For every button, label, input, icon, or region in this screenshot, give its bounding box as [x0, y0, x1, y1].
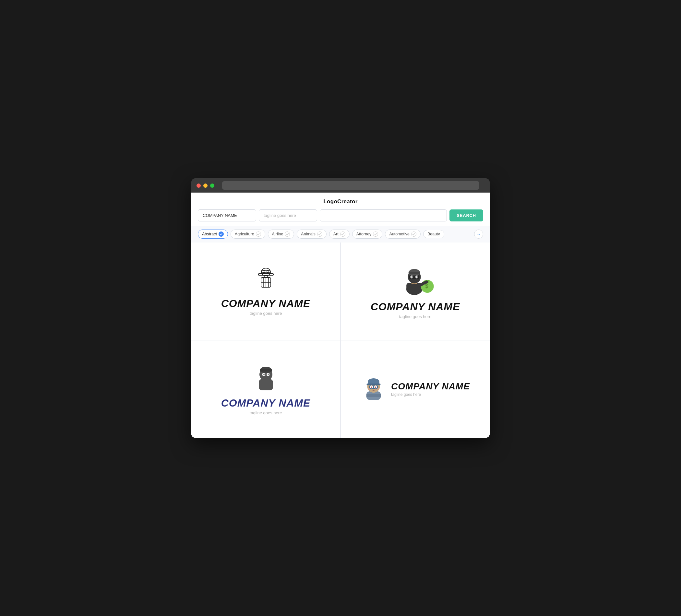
filter-chip-art[interactable]: Art	[329, 230, 350, 239]
svg-point-34	[268, 374, 269, 376]
logo-card-2[interactable]: $ COMPANY NAME tagline goes here	[341, 242, 490, 340]
check-icon-automotive	[411, 231, 417, 237]
check-icon-abstract	[219, 231, 224, 237]
svg-point-3	[263, 271, 265, 273]
svg-rect-37	[367, 394, 381, 397]
svg-rect-16	[408, 272, 420, 274]
check-icon-attorney	[373, 231, 378, 237]
check-icon-agriculture	[256, 231, 261, 237]
search-button[interactable]: SEARCH	[450, 209, 483, 222]
logo3-icon	[253, 363, 279, 393]
filter-chip-automotive[interactable]: Automotive	[385, 230, 421, 239]
logo2-tagline: tagline goes here	[399, 314, 432, 319]
filter-label-agriculture: Agriculture	[235, 232, 254, 236]
filter-chip-beauty[interactable]: Beauty	[423, 230, 444, 238]
svg-point-33	[263, 374, 264, 376]
logo2-company-name: COMPANY NAME	[371, 301, 460, 313]
logo3-company-name: COMPANY NAME	[221, 397, 311, 409]
close-button[interactable]	[197, 183, 201, 188]
filter-label-animals: Animals	[301, 232, 315, 236]
app-window: LogoCreator SEARCH Abstract Agriculture	[191, 178, 490, 438]
svg-rect-0	[258, 274, 273, 275]
svg-point-1	[261, 268, 271, 276]
filter-chip-animals[interactable]: Animals	[297, 230, 326, 239]
svg-point-4	[267, 271, 269, 273]
filter-label-airline: Airline	[272, 232, 283, 236]
logo4-company-name: COMPANY NAME	[391, 381, 470, 392]
svg-rect-29	[260, 369, 272, 371]
logo-grid: COMPANY NAME tagline goes here	[191, 242, 490, 438]
extra-search-input[interactable]	[320, 209, 447, 222]
url-bar[interactable]	[222, 181, 479, 190]
filter-chip-abstract[interactable]: Abstract	[198, 230, 228, 239]
logo-card-3[interactable]: COMPANY NAME tagline goes here	[191, 340, 340, 438]
app-content: LogoCreator SEARCH Abstract Agriculture	[191, 192, 490, 438]
svg-point-49	[377, 388, 379, 389]
filter-next-button[interactable]: →	[474, 230, 483, 239]
logo4-tagline: tagline goes here	[391, 392, 470, 397]
logo1-tagline: tagline goes here	[250, 311, 282, 316]
svg-point-46	[371, 386, 372, 388]
svg-point-20	[411, 276, 412, 278]
logo-card-1[interactable]: COMPANY NAME tagline goes here	[191, 242, 340, 340]
svg-point-48	[368, 388, 370, 389]
check-icon-animals	[317, 231, 322, 237]
logo-card-4[interactable]: COMPANY NAME tagline goes here	[341, 340, 490, 438]
company-name-input[interactable]	[198, 209, 256, 222]
tagline-input[interactable]	[259, 209, 317, 222]
svg-point-47	[375, 386, 376, 388]
logo4-icon	[361, 376, 386, 403]
logo1-icon	[255, 266, 277, 294]
filter-label-attorney: Attorney	[356, 232, 372, 236]
svg-point-21	[417, 276, 418, 278]
filter-chip-agriculture[interactable]: Agriculture	[231, 230, 265, 239]
search-bar: SEARCH	[191, 209, 490, 226]
logo1-company-name: COMPANY NAME	[221, 298, 311, 310]
filter-label-automotive: Automotive	[389, 232, 409, 236]
titlebar	[191, 178, 490, 192]
logo3-tagline: tagline goes here	[250, 410, 282, 415]
maximize-button[interactable]	[210, 183, 215, 188]
logo4-text: COMPANY NAME tagline goes here	[391, 381, 470, 397]
svg-rect-42	[367, 384, 381, 385]
filter-label-beauty: Beauty	[427, 232, 440, 236]
filter-chip-attorney[interactable]: Attorney	[352, 230, 383, 239]
filter-chip-airline[interactable]: Airline	[268, 230, 295, 239]
filter-label-abstract: Abstract	[202, 232, 217, 236]
svg-rect-35	[263, 380, 269, 382]
minimize-button[interactable]	[203, 183, 207, 188]
filter-label-art: Art	[333, 232, 338, 236]
app-title: LogoCreator	[191, 192, 490, 209]
logo4-wrapper: COMPANY NAME tagline goes here	[361, 376, 470, 403]
check-icon-art	[340, 231, 345, 237]
check-icon-airline	[285, 231, 290, 237]
logo2-icon: $	[394, 263, 436, 297]
filter-bar: Abstract Agriculture Airline	[191, 226, 490, 242]
